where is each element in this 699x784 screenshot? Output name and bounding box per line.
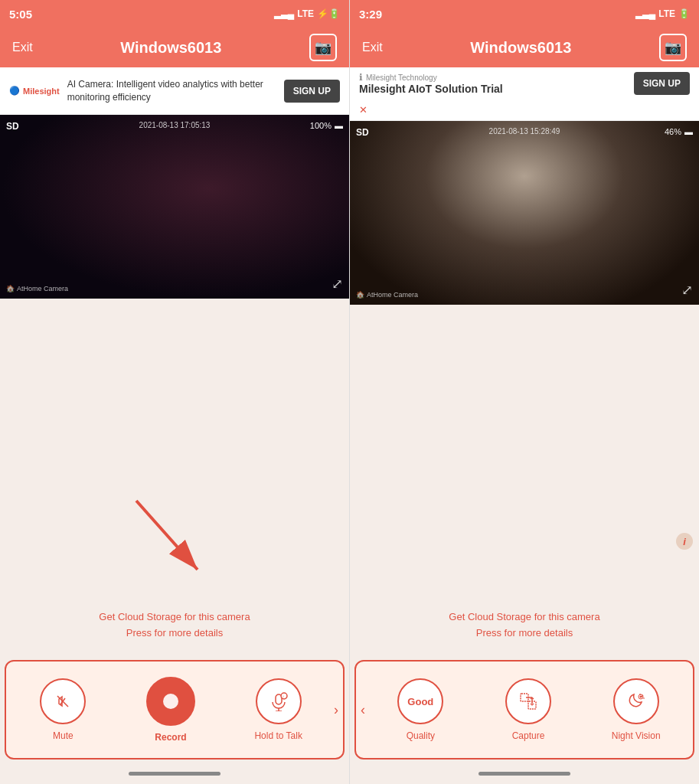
signal-icon-left: ▂▃▄ xyxy=(274,8,295,19)
signup-button-right[interactable]: SIGN UP xyxy=(634,72,690,95)
hold-to-talk-button[interactable]: ↑ Hold to Talk xyxy=(224,678,332,741)
bottom-toolbar-right: ‹ Good Quality Capture xyxy=(354,660,694,760)
status-icons-left: ▂▃▄ LTE ⚡🔋 xyxy=(274,8,340,19)
hold-to-talk-label: Hold to Talk xyxy=(254,730,302,741)
svg-point-2 xyxy=(163,694,178,709)
record-button[interactable]: Record xyxy=(117,677,225,743)
record-icon xyxy=(146,677,195,726)
night-vision-icon xyxy=(613,678,659,724)
record-label: Record xyxy=(155,732,186,743)
hold-to-talk-icon: ↑ xyxy=(256,678,302,724)
settings-icon-right[interactable]: 📷 xyxy=(659,34,687,61)
home-indicator-right xyxy=(350,766,699,781)
time-right: 3:29 xyxy=(359,8,382,21)
lte-label-right: LTE xyxy=(658,8,675,19)
mute-icon xyxy=(40,678,86,724)
camera-timestamp-right: 2021-08-13 15:28:49 xyxy=(489,127,560,136)
home-bar-left xyxy=(129,772,220,776)
battery-icon-left: ⚡🔋 xyxy=(317,8,340,19)
arrow-indicator xyxy=(129,493,220,588)
night-vision-label: Night Vision xyxy=(612,730,661,741)
exit-button-right[interactable]: Exit xyxy=(362,41,383,54)
status-icons-right: ▂▃▄ LTE 🔋 xyxy=(635,8,690,19)
mute-label: Mute xyxy=(53,730,73,741)
ad-banner-right: ℹ Milesight Technology Milesight AIoT So… xyxy=(350,67,699,121)
ad-banner-left: 🔵 Milesight AI Camera: Intelligent video… xyxy=(0,67,349,115)
camera-overlay-right: SD 2021-08-13 15:28:49 46% ▬ xyxy=(356,127,693,138)
header-right: Exit Windows6013 📷 xyxy=(350,28,699,67)
mute-button[interactable]: Mute xyxy=(9,678,117,741)
ad-text-left: AI Camera: Intelligent video analytics w… xyxy=(67,78,276,104)
signal-icon-right: ▂▃▄ xyxy=(635,8,656,19)
ad-subtitle-right: Milesight Technology xyxy=(366,74,437,82)
capture-label: Capture xyxy=(512,730,545,741)
capture-button[interactable]: Capture xyxy=(475,678,583,741)
close-icon-ad[interactable]: ✕ xyxy=(359,104,367,116)
camera-timestamp-left: 2021-08-13 17:05:13 xyxy=(139,121,211,129)
settings-icon-left[interactable]: 📷 xyxy=(309,34,337,61)
camera-battery-right: 46% ▬ xyxy=(665,127,693,136)
right-panel: 3:29 ▂▃▄ LTE 🔋 Exit Windows6013 📷 ℹ Mile… xyxy=(349,0,699,784)
camera-view-right[interactable]: SD 2021-08-13 15:28:49 46% ▬ 🏠 AtHome Ca… xyxy=(350,121,699,305)
cloud-storage-text-left[interactable]: Get Cloud Storage for this camera Press … xyxy=(99,609,250,642)
night-vision-button[interactable]: Night Vision xyxy=(582,678,690,741)
camera-sd-left: SD xyxy=(6,121,19,132)
info-button-right[interactable]: i xyxy=(676,533,693,550)
quality-label: Quality xyxy=(407,730,435,741)
info-icon-ad: ℹ xyxy=(359,72,363,83)
battery-bar-icon: ▬ xyxy=(335,121,343,130)
quality-icon: Good xyxy=(397,678,443,724)
time-left: 5:05 xyxy=(9,8,32,21)
ad-title-right: Milesight AIoT Solution Trial xyxy=(359,83,629,95)
left-panel: 5:05 ▂▃▄ LTE ⚡🔋 Exit Windows6013 📷 🔵 Mil… xyxy=(0,0,349,784)
camera-sd-right: SD xyxy=(356,127,369,138)
home-bar-right xyxy=(479,772,570,776)
lte-label-left: LTE xyxy=(297,8,314,19)
nav-left-arrow[interactable]: ‹ xyxy=(359,702,367,718)
battery-icon-right: 🔋 xyxy=(678,8,690,19)
expand-icon-left[interactable]: ⤢ xyxy=(332,276,343,292)
camera-brand-left: 🏠 AtHome Camera xyxy=(6,285,68,292)
camera-overlay-left: SD 2021-08-13 17:05:13 100% ▬ xyxy=(6,121,343,132)
quality-button[interactable]: Good Quality xyxy=(367,678,475,741)
ad-logo-left: 🔵 Milesight xyxy=(9,86,60,96)
middle-section-left: Get Cloud Storage for this camera Press … xyxy=(0,299,349,657)
camera-battery-left: 100% ▬ xyxy=(310,121,343,130)
bottom-toolbar-left: Mute Record ↑ Hold to Talk xyxy=(5,660,345,760)
camera-view-left[interactable]: SD 2021-08-13 17:05:13 100% ▬ 🏠 AtHome C… xyxy=(0,115,349,299)
title-left: Windows6013 xyxy=(120,39,221,57)
nav-right-arrow[interactable]: › xyxy=(332,702,340,718)
battery-bar-icon-right: ▬ xyxy=(684,127,693,136)
expand-icon-right[interactable]: ⤢ xyxy=(681,282,693,299)
signup-button-left[interactable]: SIGN UP xyxy=(284,80,340,103)
camera-brand-right: 🏠 AtHome Camera xyxy=(356,291,418,299)
middle-section-right: Get Cloud Storage for this camera Press … xyxy=(350,305,699,657)
cloud-storage-text-right[interactable]: Get Cloud Storage for this camera Press … xyxy=(449,609,599,642)
svg-text:↑: ↑ xyxy=(282,694,284,699)
status-bar-right: 3:29 ▂▃▄ LTE 🔋 xyxy=(350,0,699,28)
capture-icon xyxy=(505,678,551,724)
status-bar-left: 5:05 ▂▃▄ LTE ⚡🔋 xyxy=(0,0,349,28)
title-right: Windows6013 xyxy=(470,39,571,57)
home-indicator-left xyxy=(0,766,349,781)
svg-line-1 xyxy=(136,501,198,570)
exit-button-left[interactable]: Exit xyxy=(12,41,33,54)
header-left: Exit Windows6013 📷 xyxy=(0,28,349,67)
